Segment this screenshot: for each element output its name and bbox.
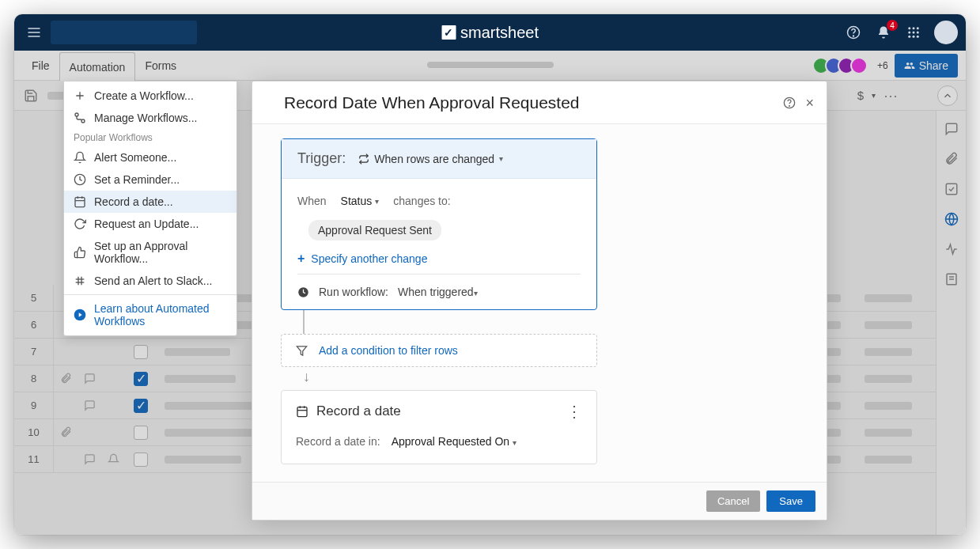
dropdown-item[interactable]: Alert Someone... [64, 146, 236, 168]
dropdown-section-label: Popular Workflows [64, 129, 236, 146]
trigger-label: Trigger: [297, 150, 346, 167]
row-number: 6 [14, 312, 54, 338]
attach-icon[interactable] [54, 426, 78, 438]
svg-rect-25 [75, 198, 85, 207]
row-number: 7 [14, 339, 54, 365]
dropdown-item[interactable]: Record a date... [64, 191, 236, 213]
search-input[interactable] [51, 21, 197, 44]
row-checkbox[interactable] [134, 426, 148, 440]
svg-point-4 [853, 36, 854, 36]
row-checkbox[interactable]: ✓ [134, 399, 148, 413]
save-button[interactable]: Save [766, 490, 815, 512]
svg-point-6 [913, 27, 915, 29]
comment-icon[interactable] [78, 373, 101, 384]
dropdown-item[interactable]: Set up an Approval Workflow... [64, 235, 236, 270]
row-checkbox[interactable] [134, 345, 148, 359]
refresh-icon [74, 218, 86, 230]
dropdown-item[interactable]: Create a Workflow... [64, 85, 236, 107]
run-workflow-select[interactable]: When triggered▾ [398, 286, 478, 298]
svg-point-5 [908, 27, 910, 29]
apps-grid-icon[interactable] [904, 23, 923, 42]
attach-icon[interactable] [54, 373, 78, 384]
svg-point-7 [917, 27, 919, 29]
thumbs-up-icon [74, 246, 86, 259]
comment-icon[interactable] [78, 453, 101, 465]
trigger-type-select[interactable]: When rows are changed ▾ [358, 153, 503, 165]
svg-point-13 [917, 36, 919, 38]
action-field-select[interactable]: Approval Requested On ▾ [392, 435, 516, 448]
share-button[interactable]: Share [895, 54, 958, 78]
svg-marker-38 [297, 346, 307, 354]
svg-point-36 [789, 105, 790, 106]
menu-file[interactable]: File [22, 51, 59, 80]
hamburger-menu[interactable] [22, 21, 46, 44]
modal-close-icon[interactable]: × [805, 97, 814, 109]
add-condition-card[interactable]: Add a condition to filter rows [281, 334, 597, 367]
sheet-title-placeholder [427, 62, 554, 68]
dropdown-item[interactable]: Send an Alert to Slack... [64, 270, 236, 292]
brand-logo: ✓ smartsheet [441, 24, 539, 42]
bell-icon [74, 151, 86, 164]
svg-point-12 [913, 36, 915, 38]
action-card: Record a date ⋮ Record a date in: Approv… [281, 390, 597, 464]
dropdown-item[interactable]: Request an Update... [64, 213, 236, 235]
menu-automation[interactable]: Automation [59, 52, 136, 81]
trigger-value-chip[interactable]: Approval Request Sent [308, 220, 441, 240]
bell-icon[interactable] [101, 453, 125, 465]
play-icon [74, 309, 86, 321]
notification-bell-icon[interactable]: 4 [874, 23, 893, 42]
dropdown-item[interactable]: Manage Workflows... [64, 107, 236, 129]
trigger-field-select[interactable]: Status▾ [336, 193, 384, 209]
automation-dropdown: Create a Workflow...Manage Workflows...P… [63, 81, 237, 336]
modal-help-icon[interactable] [783, 97, 796, 109]
row-number: 5 [14, 285, 54, 311]
calendar-icon [296, 405, 308, 418]
attachments-panel-icon[interactable] [944, 152, 959, 166]
comments-panel-icon[interactable] [944, 122, 959, 136]
action-menu-icon[interactable]: ⋮ [566, 402, 582, 421]
comment-icon[interactable] [78, 399, 101, 411]
summary-panel-icon[interactable] [944, 272, 959, 286]
collaborator-avatars[interactable] [817, 57, 868, 74]
flow-icon [74, 112, 86, 124]
svg-point-11 [908, 36, 910, 38]
dropdown-learn-link[interactable]: Learn about Automated Workflows [64, 297, 236, 332]
proofs-panel-icon[interactable] [944, 182, 959, 196]
user-avatar[interactable] [934, 21, 958, 44]
cancel-button[interactable]: Cancel [706, 490, 760, 512]
svg-point-9 [913, 32, 915, 34]
collapse-toolbar-icon[interactable] [937, 85, 958, 106]
action-title: Record a date [316, 403, 401, 419]
workflow-modal: Record Date When Approval Requested × Tr… [252, 81, 827, 521]
row-number: 10 [14, 419, 54, 445]
trigger-card: Trigger: When rows are changed ▾ When St… [281, 138, 597, 310]
modal-title: Record Date When Approval Requested [284, 93, 580, 112]
calendar-icon [74, 195, 86, 208]
row-number: 9 [14, 392, 54, 418]
row-checkbox[interactable]: ✓ [134, 372, 148, 386]
right-rail [936, 111, 966, 535]
collaborator-overflow-count: +6 [877, 60, 888, 71]
menubar: File Automation Forms +6 Share [14, 51, 966, 81]
row-number: 11 [14, 446, 54, 472]
activity-panel-icon[interactable] [944, 242, 959, 256]
row-checkbox[interactable] [134, 452, 148, 467]
help-icon[interactable] [844, 23, 863, 42]
svg-rect-14 [946, 184, 957, 195]
svg-rect-39 [297, 407, 307, 417]
svg-point-8 [908, 32, 910, 34]
menu-forms[interactable]: Forms [135, 51, 186, 80]
plus-icon [74, 89, 86, 102]
dropdown-item[interactable]: Set a Reminder... [64, 168, 236, 191]
publish-panel-icon[interactable] [944, 212, 959, 226]
notification-badge: 4 [887, 20, 898, 31]
specify-another-change-link[interactable]: + Specify another change [297, 252, 581, 266]
svg-point-23 [81, 119, 85, 123]
brand-mark-icon: ✓ [441, 25, 456, 40]
row-number: 8 [14, 365, 54, 392]
svg-point-10 [917, 32, 919, 34]
clock-icon [74, 173, 86, 186]
save-icon[interactable] [22, 87, 40, 104]
slack-icon [74, 274, 86, 287]
brand-text: smartsheet [460, 24, 539, 42]
